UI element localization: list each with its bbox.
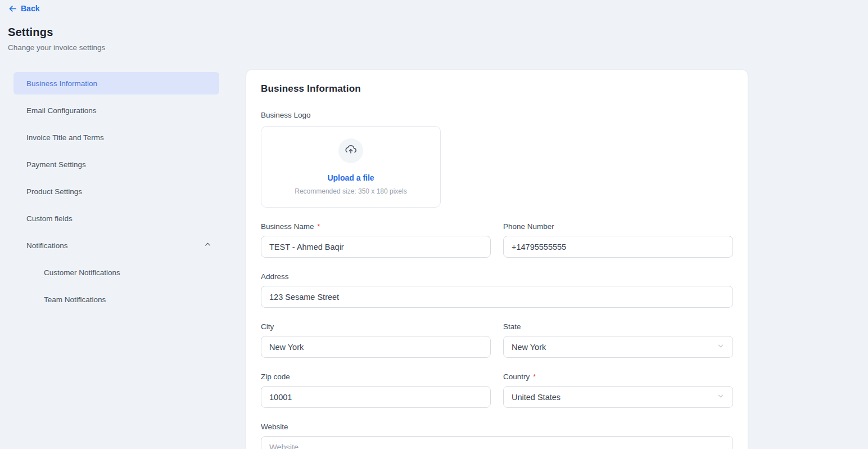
phone-number-input[interactable] [503, 236, 733, 258]
logo-upload-dropzone[interactable]: Upload a file Recommended size: 350 x 18… [261, 126, 441, 208]
sidebar-item-label: Notifications [26, 241, 68, 250]
sidebar-item-label: Product Settings [26, 187, 82, 196]
country-select[interactable]: United States [503, 386, 733, 408]
sidebar-item-payment-settings[interactable]: Payment Settings [13, 153, 219, 176]
sidebar-item-label: Team Notifications [44, 295, 106, 304]
chevron-down-icon [717, 392, 725, 402]
business-logo-label: Business Logo [261, 111, 733, 119]
country-select-value: United States [512, 393, 560, 402]
zip-code-label: Zip code [261, 372, 491, 381]
city-label: City [261, 322, 491, 331]
sidebar-item-label: Customer Notifications [44, 268, 120, 277]
country-field: Country * United States [503, 372, 733, 408]
sidebar-item-customer-notifications[interactable]: Customer Notifications [13, 261, 219, 284]
address-label: Address [261, 272, 733, 281]
business-name-input[interactable] [261, 236, 491, 258]
phone-number-field: Phone Number [503, 222, 733, 258]
sidebar-item-label: Business Information [26, 79, 97, 88]
city-input[interactable] [261, 336, 491, 358]
required-asterisk: * [318, 223, 320, 231]
upload-a-file-link[interactable]: Upload a file [327, 173, 374, 182]
state-label: State [503, 322, 733, 331]
city-field: City [261, 322, 491, 358]
business-name-label: Business Name * [261, 222, 491, 231]
website-label: Website [261, 423, 733, 431]
cloud-upload-icon [345, 143, 357, 158]
sidebar-item-label: Payment Settings [26, 160, 86, 169]
state-select[interactable]: New York [503, 336, 733, 358]
sidebar-item-notifications[interactable]: Notifications [13, 234, 219, 257]
phone-number-label: Phone Number [503, 222, 733, 231]
sidebar-item-business-information[interactable]: Business Information [13, 72, 219, 95]
card-title: Business Information [261, 83, 733, 95]
sidebar-item-custom-fields[interactable]: Custom fields [13, 207, 219, 230]
back-button[interactable]: Back [8, 4, 39, 13]
business-information-card: Business Information Business Logo Uploa… [246, 69, 748, 449]
zip-code-field: Zip code [261, 372, 491, 408]
upload-icon-circle [338, 138, 363, 163]
sidebar-item-label: Email Configurations [26, 106, 97, 115]
page-header: Back Settings Change your invoice settin… [8, 4, 105, 52]
sidebar-item-label: Invoice Title and Terms [26, 133, 104, 142]
sidebar-item-label: Custom fields [26, 214, 73, 223]
required-asterisk: * [533, 373, 536, 381]
state-field: State New York [503, 322, 733, 358]
page-title: Settings [8, 26, 105, 39]
business-name-field: Business Name * [261, 222, 491, 258]
website-input[interactable] [261, 436, 733, 449]
page-subtitle: Change your invoice settings [8, 43, 105, 52]
website-field: Website [261, 423, 733, 449]
sidebar-item-invoice-title-and-terms[interactable]: Invoice Title and Terms [13, 126, 219, 149]
sidebar-item-product-settings[interactable]: Product Settings [13, 180, 219, 203]
chevron-up-icon [204, 241, 211, 250]
address-input[interactable] [261, 286, 733, 308]
back-label: Back [21, 4, 39, 13]
zip-code-input[interactable] [261, 386, 491, 408]
upload-size-hint: Recommended size: 350 x 180 pixels [295, 187, 406, 195]
country-label: Country * [503, 372, 733, 381]
sidebar-item-email-configurations[interactable]: Email Configurations [13, 99, 219, 122]
arrow-left-icon [8, 5, 17, 13]
chevron-down-icon [717, 342, 725, 352]
address-field: Address [261, 272, 733, 308]
sidebar-item-team-notifications[interactable]: Team Notifications [13, 288, 219, 311]
state-select-value: New York [512, 343, 546, 352]
settings-sidebar: Business Information Email Configuration… [13, 72, 219, 315]
